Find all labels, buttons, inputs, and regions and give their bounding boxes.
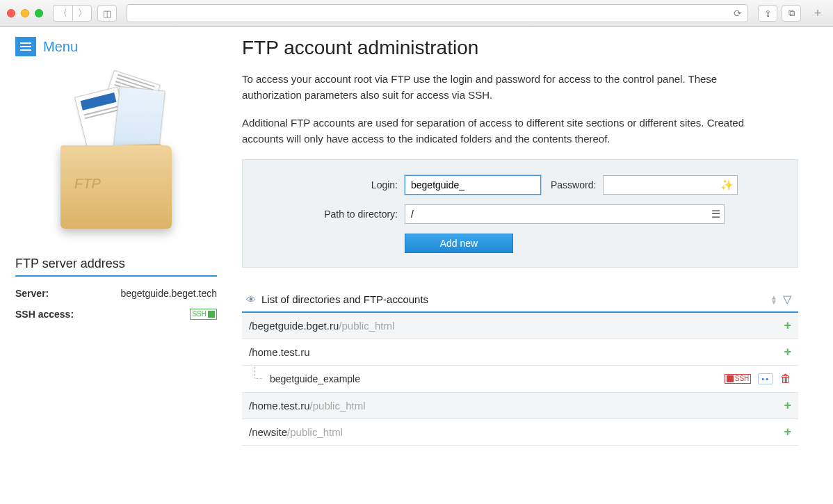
nav-buttons: 〈 〉 bbox=[53, 5, 92, 22]
add-new-button[interactable]: Add new bbox=[405, 234, 513, 253]
path-input[interactable] bbox=[405, 204, 725, 224]
maximize-window-icon[interactable] bbox=[35, 9, 43, 17]
delete-account-icon[interactable]: 🗑 bbox=[780, 373, 791, 385]
directory-row[interactable]: /begetguide.bget.ru/public_html + bbox=[242, 313, 798, 339]
description-1: To access your account root via FTP use … bbox=[242, 72, 777, 103]
password-input[interactable] bbox=[603, 175, 738, 195]
directory-list: 👁 List of directories and FTP-accounts ▲… bbox=[242, 287, 798, 446]
window-controls bbox=[7, 9, 43, 17]
ssh-toggle[interactable]: SSH bbox=[190, 309, 217, 320]
login-label: Login: bbox=[262, 179, 398, 190]
password-label: Password: bbox=[551, 179, 596, 190]
new-tab-button[interactable]: + bbox=[809, 6, 826, 21]
add-account-icon[interactable]: + bbox=[784, 398, 791, 413]
directory-row[interactable]: /home.test.ru + bbox=[242, 339, 798, 366]
list-header: 👁 List of directories and FTP-accounts ▲… bbox=[242, 287, 798, 313]
directory-path: /home.test.ru/public_html bbox=[249, 400, 366, 412]
server-value: begetguide.beget.tech bbox=[120, 288, 217, 299]
menu-label: Menu bbox=[43, 39, 78, 55]
sidebar: Menu FTP server address Server: begetgui… bbox=[15, 37, 217, 446]
path-label: Path to directory: bbox=[262, 209, 398, 220]
server-row: Server: begetguide.beget.tech bbox=[15, 288, 217, 299]
login-input[interactable] bbox=[405, 175, 541, 195]
directory-path: /home.test.ru bbox=[249, 346, 310, 358]
list-heading: List of directories and FTP-accounts bbox=[261, 293, 765, 305]
ssh-access-label: SSH access: bbox=[15, 309, 74, 320]
change-password-icon[interactable]: •• bbox=[758, 373, 773, 384]
share-button[interactable]: ⇪ bbox=[758, 5, 777, 22]
create-ftp-form: Login: Password: ✨ Path to directory: ☰ … bbox=[242, 159, 798, 268]
add-account-icon[interactable]: + bbox=[784, 425, 791, 439]
address-bar[interactable]: ⟳ bbox=[127, 4, 748, 22]
directory-path: /begetguide.bget.ru/public_html bbox=[249, 320, 394, 332]
directory-row[interactable]: /newsite/public_html + bbox=[242, 419, 798, 446]
ftp-account-name: begetguide_example bbox=[270, 373, 360, 384]
reload-icon[interactable]: ⟳ bbox=[734, 8, 742, 19]
server-address-heading: FTP server address bbox=[15, 257, 217, 277]
sort-icon[interactable]: ▲▼ bbox=[770, 295, 777, 304]
description-2: Additional FTP accounts are used for sep… bbox=[242, 115, 777, 147]
visibility-icon[interactable]: 👁 bbox=[246, 294, 256, 305]
ssh-toggle-off[interactable]: SSH bbox=[725, 374, 752, 384]
directory-path: /newsite/public_html bbox=[249, 426, 343, 438]
filter-icon[interactable]: ▽ bbox=[783, 293, 791, 306]
directory-row[interactable]: /home.test.ru/public_html + bbox=[242, 393, 798, 419]
ftp-account-row: begetguide_example SSH •• 🗑 bbox=[242, 366, 798, 393]
add-account-icon[interactable]: + bbox=[784, 318, 791, 333]
tabs-button[interactable]: ⧉ bbox=[782, 5, 801, 22]
server-label: Server: bbox=[15, 288, 49, 299]
add-account-icon[interactable]: + bbox=[784, 345, 791, 359]
forward-button[interactable]: 〉 bbox=[72, 5, 92, 22]
close-window-icon[interactable] bbox=[7, 9, 15, 17]
ssh-row: SSH access: SSH bbox=[15, 309, 217, 320]
page-title: FTP account administration bbox=[242, 37, 798, 59]
back-button[interactable]: 〈 bbox=[53, 5, 72, 22]
sidebar-toggle-button[interactable]: ◫ bbox=[97, 5, 117, 22]
hamburger-icon bbox=[15, 37, 36, 56]
menu-toggle[interactable]: Menu bbox=[15, 37, 217, 56]
main-content: FTP account administration To access you… bbox=[242, 37, 798, 446]
minimize-window-icon[interactable] bbox=[21, 9, 29, 17]
ftp-folder-illustration bbox=[40, 69, 193, 236]
browser-toolbar: 〈 〉 ◫ ⟳ ⇪ ⧉ + bbox=[0, 0, 833, 27]
